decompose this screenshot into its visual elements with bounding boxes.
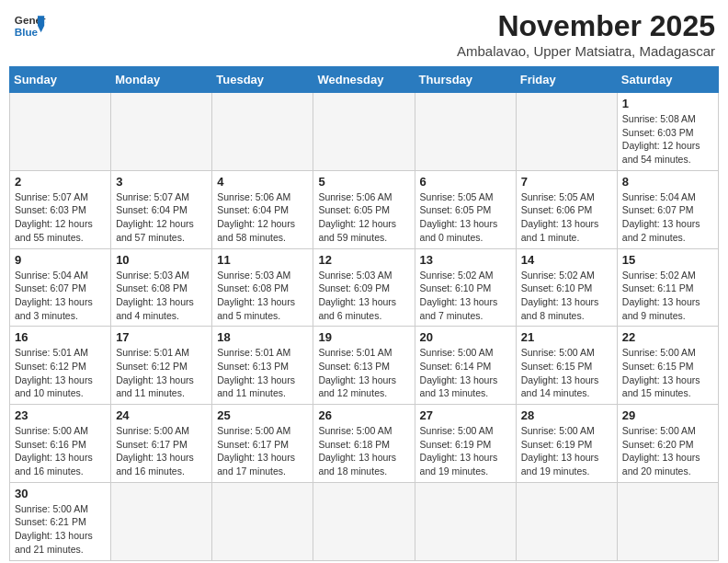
day-header-monday: Monday <box>111 67 212 93</box>
day-number: 10 <box>116 253 207 267</box>
day-info: Sunrise: 5:04 AM Sunset: 6:07 PM Dayligh… <box>622 190 713 245</box>
calendar-cell: 14Sunrise: 5:02 AM Sunset: 6:10 PM Dayli… <box>516 248 617 327</box>
day-info: Sunrise: 5:00 AM Sunset: 6:15 PM Dayligh… <box>521 346 612 400</box>
day-number: 8 <box>622 175 713 189</box>
calendar-cell <box>415 482 516 560</box>
day-info: Sunrise: 5:00 AM Sunset: 6:16 PM Dayligh… <box>15 424 106 478</box>
day-info: Sunrise: 5:06 AM Sunset: 6:04 PM Dayligh… <box>217 190 308 245</box>
day-number: 1 <box>622 97 713 110</box>
calendar-cell <box>212 482 313 560</box>
day-header-wednesday: Wednesday <box>313 67 415 93</box>
calendar-cell: 11Sunrise: 5:03 AM Sunset: 6:08 PM Dayli… <box>212 248 313 327</box>
calendar-cell: 16Sunrise: 5:01 AM Sunset: 6:12 PM Dayli… <box>10 327 111 405</box>
calendar-cell: 24Sunrise: 5:00 AM Sunset: 6:17 PM Dayli… <box>111 405 212 483</box>
day-info: Sunrise: 5:03 AM Sunset: 6:08 PM Dayligh… <box>217 269 308 323</box>
calendar-cell: 3Sunrise: 5:07 AM Sunset: 6:04 PM Daylig… <box>111 170 212 248</box>
day-number: 17 <box>116 330 207 344</box>
calendar-cell: 15Sunrise: 5:02 AM Sunset: 6:11 PM Dayli… <box>617 248 718 327</box>
day-number: 19 <box>318 330 409 344</box>
calendar-cell: 17Sunrise: 5:01 AM Sunset: 6:12 PM Dayli… <box>111 327 212 405</box>
calendar-cell: 29Sunrise: 5:00 AM Sunset: 6:20 PM Dayli… <box>617 405 718 483</box>
svg-marker-3 <box>38 26 44 32</box>
day-info: Sunrise: 5:00 AM Sunset: 6:19 PM Dayligh… <box>521 424 612 478</box>
day-info: Sunrise: 5:00 AM Sunset: 6:15 PM Dayligh… <box>622 346 713 400</box>
svg-marker-2 <box>38 16 44 26</box>
day-number: 12 <box>318 253 409 267</box>
day-info: Sunrise: 5:03 AM Sunset: 6:09 PM Dayligh… <box>318 269 409 323</box>
calendar-cell: 9Sunrise: 5:04 AM Sunset: 6:07 PM Daylig… <box>10 248 111 327</box>
calendar-cell <box>516 482 617 560</box>
day-number: 29 <box>622 408 713 422</box>
calendar-cell: 19Sunrise: 5:01 AM Sunset: 6:13 PM Dayli… <box>313 327 415 405</box>
calendar-cell <box>10 93 111 171</box>
logo-icon: General Blue <box>13 9 46 42</box>
day-info: Sunrise: 5:00 AM Sunset: 6:21 PM Dayligh… <box>15 502 106 557</box>
day-number: 9 <box>15 253 106 267</box>
day-info: Sunrise: 5:03 AM Sunset: 6:08 PM Dayligh… <box>116 269 207 323</box>
day-number: 25 <box>217 408 308 422</box>
calendar-week-row: 2Sunrise: 5:07 AM Sunset: 6:03 PM Daylig… <box>10 170 719 248</box>
day-header-tuesday: Tuesday <box>212 67 313 93</box>
day-info: Sunrise: 5:02 AM Sunset: 6:10 PM Dayligh… <box>420 269 511 323</box>
calendar-cell: 10Sunrise: 5:03 AM Sunset: 6:08 PM Dayli… <box>111 248 212 327</box>
calendar-cell: 12Sunrise: 5:03 AM Sunset: 6:09 PM Dayli… <box>313 248 415 327</box>
calendar-cell <box>111 482 212 560</box>
calendar-cell <box>313 482 415 560</box>
calendar-week-row: 23Sunrise: 5:00 AM Sunset: 6:16 PM Dayli… <box>10 405 719 483</box>
location-subtitle: Ambalavao, Upper Matsiatra, Madagascar <box>457 43 715 59</box>
day-number: 7 <box>521 175 612 189</box>
day-number: 22 <box>622 330 713 344</box>
calendar-cell: 5Sunrise: 5:06 AM Sunset: 6:05 PM Daylig… <box>313 170 415 248</box>
day-info: Sunrise: 5:00 AM Sunset: 6:17 PM Dayligh… <box>217 424 308 478</box>
calendar-cell: 4Sunrise: 5:06 AM Sunset: 6:04 PM Daylig… <box>212 170 313 248</box>
day-header-sunday: Sunday <box>10 67 111 93</box>
title-block: November 2025 Ambalavao, Upper Matsiatra… <box>457 9 715 59</box>
day-number: 20 <box>420 330 511 344</box>
day-info: Sunrise: 5:05 AM Sunset: 6:05 PM Dayligh… <box>420 190 511 245</box>
month-title: November 2025 <box>457 9 715 43</box>
calendar-cell <box>111 93 212 171</box>
day-info: Sunrise: 5:07 AM Sunset: 6:03 PM Dayligh… <box>15 190 106 245</box>
day-info: Sunrise: 5:00 AM Sunset: 6:14 PM Dayligh… <box>420 346 511 400</box>
calendar-cell: 27Sunrise: 5:00 AM Sunset: 6:19 PM Dayli… <box>415 405 516 483</box>
calendar-cell: 8Sunrise: 5:04 AM Sunset: 6:07 PM Daylig… <box>617 170 718 248</box>
day-info: Sunrise: 5:00 AM Sunset: 6:20 PM Dayligh… <box>622 424 713 478</box>
day-header-friday: Friday <box>516 67 617 93</box>
day-info: Sunrise: 5:05 AM Sunset: 6:06 PM Dayligh… <box>521 190 612 245</box>
day-number: 21 <box>521 330 612 344</box>
day-info: Sunrise: 5:00 AM Sunset: 6:17 PM Dayligh… <box>116 424 207 478</box>
calendar-header-row: SundayMondayTuesdayWednesdayThursdayFrid… <box>10 67 719 93</box>
calendar-cell <box>415 93 516 171</box>
day-number: 30 <box>15 487 106 500</box>
calendar-cell: 7Sunrise: 5:05 AM Sunset: 6:06 PM Daylig… <box>516 170 617 248</box>
day-info: Sunrise: 5:01 AM Sunset: 6:12 PM Dayligh… <box>15 346 106 400</box>
calendar-cell <box>212 93 313 171</box>
calendar-cell: 2Sunrise: 5:07 AM Sunset: 6:03 PM Daylig… <box>10 170 111 248</box>
calendar-week-row: 9Sunrise: 5:04 AM Sunset: 6:07 PM Daylig… <box>10 248 719 327</box>
day-number: 27 <box>420 408 511 422</box>
calendar-table: SundayMondayTuesdayWednesdayThursdayFrid… <box>9 66 719 561</box>
calendar-week-row: 1Sunrise: 5:08 AM Sunset: 6:03 PM Daylig… <box>10 93 719 171</box>
calendar-cell: 1Sunrise: 5:08 AM Sunset: 6:03 PM Daylig… <box>617 93 718 171</box>
day-info: Sunrise: 5:01 AM Sunset: 6:13 PM Dayligh… <box>318 346 409 400</box>
calendar-cell: 23Sunrise: 5:00 AM Sunset: 6:16 PM Dayli… <box>10 405 111 483</box>
day-number: 15 <box>622 253 713 267</box>
calendar-cell: 30Sunrise: 5:00 AM Sunset: 6:21 PM Dayli… <box>10 482 111 560</box>
calendar-cell: 13Sunrise: 5:02 AM Sunset: 6:10 PM Dayli… <box>415 248 516 327</box>
day-number: 5 <box>318 175 409 189</box>
day-header-thursday: Thursday <box>415 67 516 93</box>
calendar-week-row: 30Sunrise: 5:00 AM Sunset: 6:21 PM Dayli… <box>10 482 719 560</box>
day-info: Sunrise: 5:06 AM Sunset: 6:05 PM Dayligh… <box>318 190 409 245</box>
day-info: Sunrise: 5:08 AM Sunset: 6:03 PM Dayligh… <box>622 112 713 167</box>
day-info: Sunrise: 5:01 AM Sunset: 6:12 PM Dayligh… <box>116 346 207 400</box>
day-number: 11 <box>217 253 308 267</box>
day-info: Sunrise: 5:02 AM Sunset: 6:11 PM Dayligh… <box>622 269 713 323</box>
day-info: Sunrise: 5:07 AM Sunset: 6:04 PM Dayligh… <box>116 190 207 245</box>
day-number: 4 <box>217 175 308 189</box>
calendar-cell: 26Sunrise: 5:00 AM Sunset: 6:18 PM Dayli… <box>313 405 415 483</box>
day-number: 18 <box>217 330 308 344</box>
day-number: 2 <box>15 175 106 189</box>
svg-text:Blue: Blue <box>15 26 39 38</box>
day-number: 23 <box>15 408 106 422</box>
calendar-cell <box>617 482 718 560</box>
